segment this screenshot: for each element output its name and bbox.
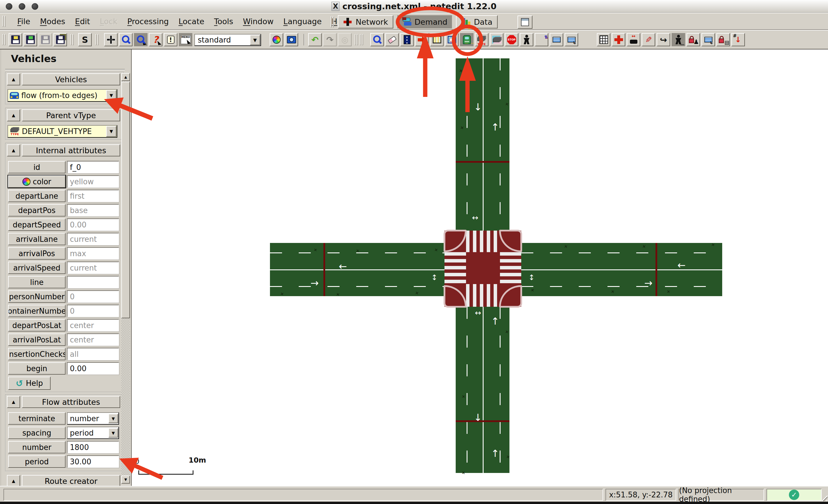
- window-close-button[interactable]: [6, 3, 12, 10]
- menu-file[interactable]: File: [13, 15, 35, 28]
- toolbar-grip[interactable]: [2, 34, 5, 45]
- demand-supermode-button[interactable]: Demand: [397, 15, 452, 29]
- show-routes-button[interactable]: ↪: [657, 33, 670, 46]
- departSpeed-label-button[interactable]: departSpeed: [8, 218, 66, 231]
- network-supermode-button[interactable]: Network: [338, 15, 393, 29]
- begin-field[interactable]: [67, 362, 119, 375]
- flow-attributes-section-label[interactable]: Flow attributes: [22, 396, 120, 408]
- personNumber-label-button[interactable]: personNumber: [8, 290, 66, 303]
- show-container-plans-button[interactable]: ↳: [702, 33, 715, 46]
- save-demand-elements-button[interactable]: [39, 33, 52, 46]
- type-mode-button[interactable]: TYPE: [475, 33, 489, 46]
- view-preset-combo[interactable]: standard▼: [194, 34, 261, 46]
- toolbar-grip[interactable]: [71, 34, 74, 45]
- locate-button[interactable]: ◎: [338, 33, 351, 46]
- color-field[interactable]: [67, 175, 119, 188]
- period-field[interactable]: [67, 455, 119, 468]
- screenshot-button[interactable]: [285, 33, 298, 46]
- id-field[interactable]: [67, 161, 119, 173]
- collapse-internal-attributes-button[interactable]: ▲: [7, 144, 20, 156]
- toolbar-grip[interactable]: [355, 34, 358, 45]
- save-sumo-config-button[interactable]: [53, 33, 67, 46]
- toggle-grid-button[interactable]: [597, 33, 610, 46]
- arrivalPos-label-button[interactable]: arrivalPos: [8, 247, 66, 260]
- chevron-down-icon[interactable]: ▼: [106, 126, 116, 137]
- window-zoom-button[interactable]: [32, 3, 38, 10]
- container-plan-mode-button[interactable]: ↳: [565, 33, 578, 46]
- supermode-grip[interactable]: [331, 16, 334, 27]
- delete-mode-button[interactable]: [385, 33, 399, 46]
- id-label-button[interactable]: id: [8, 161, 66, 173]
- show-warnings-button[interactable]: !: [164, 33, 177, 46]
- internal-attributes-section-label[interactable]: Internal attributes: [22, 144, 120, 156]
- show-person-plans-button[interactable]: …: [672, 33, 685, 46]
- insertionChecks-field[interactable]: [67, 348, 119, 360]
- collapse-route-creator-button[interactable]: ▲: [7, 475, 20, 486]
- menu-lock[interactable]: Lock: [95, 15, 122, 28]
- terminate-label-button[interactable]: terminate: [8, 412, 66, 425]
- color-label-button[interactable]: color: [8, 175, 66, 188]
- departPosLat-field[interactable]: [67, 319, 119, 332]
- toolbar-grip[interactable]: [95, 34, 98, 45]
- departPosLat-label-button[interactable]: departPosLat: [8, 319, 66, 332]
- scrollbar-thumb[interactable]: [121, 82, 130, 318]
- lock-container-button[interactable]: ▤: [716, 33, 730, 46]
- arrivalSpeed-label-button[interactable]: arrivalSpeed: [8, 262, 66, 274]
- undo-button[interactable]: ↶: [308, 33, 322, 46]
- save-network-button[interactable]: [9, 33, 22, 46]
- stop-mode-button[interactable]: STOP: [505, 33, 519, 46]
- arrivalLane-label-button[interactable]: arrivalLane: [8, 233, 66, 245]
- type-distribution-mode-button[interactable]: [490, 33, 503, 46]
- junction[interactable]: [445, 230, 521, 307]
- departSpeed-field[interactable]: [67, 218, 119, 231]
- collapse-flow-attributes-button[interactable]: ▲: [7, 396, 20, 408]
- lock-person-button[interactable]: ♟: [687, 33, 700, 46]
- arrivalPosLat-field[interactable]: [67, 334, 119, 346]
- spread-vehicles-button[interactable]: ↔: [627, 33, 640, 46]
- help-button[interactable]: ↺ Help: [8, 377, 51, 390]
- insertionChecks-label-button[interactable]: insertionChecks: [8, 348, 66, 360]
- menu-locate[interactable]: Locate: [174, 15, 209, 28]
- pan-view-button[interactable]: [104, 33, 118, 46]
- collapse-vehicles-button[interactable]: ▲: [7, 73, 20, 85]
- ontainerNumbe-field[interactable]: [67, 305, 119, 317]
- parent-vtype-combo[interactable]: TYPE DEFAULT_VEHTYPE ▼: [7, 125, 117, 138]
- sidebar-scrollbar[interactable]: ▲ ▼: [121, 73, 130, 484]
- edge-coloring-button[interactable]: [270, 33, 283, 46]
- departLane-field[interactable]: [67, 190, 119, 202]
- vehicles-section-label[interactable]: Vehicles: [22, 73, 120, 85]
- whats-this-help-button[interactable]: ?: [149, 33, 162, 46]
- menu-tools[interactable]: Tools: [210, 15, 238, 28]
- container-mode-button[interactable]: [550, 33, 563, 46]
- menu-hints-button[interactable]: MENU: [179, 33, 192, 46]
- spacing-label-button[interactable]: spacing: [8, 427, 66, 439]
- vehicle-type-combo[interactable]: flow (from-to edges) ▼: [7, 89, 117, 102]
- personNumber-field[interactable]: [67, 290, 119, 303]
- zoom-cursor-button[interactable]: [134, 33, 148, 46]
- number-label-button[interactable]: number: [8, 441, 66, 453]
- departPos-field[interactable]: [67, 204, 119, 216]
- menu-edit[interactable]: Edit: [71, 15, 94, 28]
- arrivalLane-field[interactable]: [67, 233, 119, 245]
- period-label-button[interactable]: period: [8, 455, 66, 468]
- menu-language[interactable]: Language: [279, 15, 326, 28]
- ontainerNumbe-label-button[interactable]: ontainerNumbe: [8, 305, 66, 317]
- toggle-frames-button[interactable]: [518, 15, 532, 29]
- chevron-down-icon[interactable]: ▼: [250, 35, 260, 45]
- window-minimize-button[interactable]: [19, 3, 25, 10]
- number-field[interactable]: [67, 441, 119, 453]
- menu-window[interactable]: Window: [239, 15, 278, 28]
- scroll-up-button[interactable]: ▲: [121, 73, 130, 81]
- toolbar-grip[interactable]: [360, 34, 363, 45]
- network-canvas[interactable]: ↓↑↔←→↕←→↕↑↔↓↑→←××××××××××××××××××× 0 10m: [132, 49, 828, 486]
- spacing-select[interactable]: period▼: [67, 427, 119, 439]
- collapse-parent-vtype-button[interactable]: ▲: [7, 109, 20, 121]
- scroll-down-button[interactable]: ▼: [121, 475, 130, 484]
- person-plan-mode-button[interactable]: ⇅: [535, 33, 548, 46]
- inspect-mode-button[interactable]: [370, 33, 384, 46]
- show-demand-elements-button[interactable]: ↓#: [732, 33, 745, 46]
- open-in-sumo-gui-button[interactable]: S: [78, 33, 92, 46]
- person-mode-button[interactable]: [520, 33, 533, 46]
- departLane-label-button[interactable]: departLane: [8, 190, 66, 202]
- begin-label-button[interactable]: begin: [8, 362, 66, 375]
